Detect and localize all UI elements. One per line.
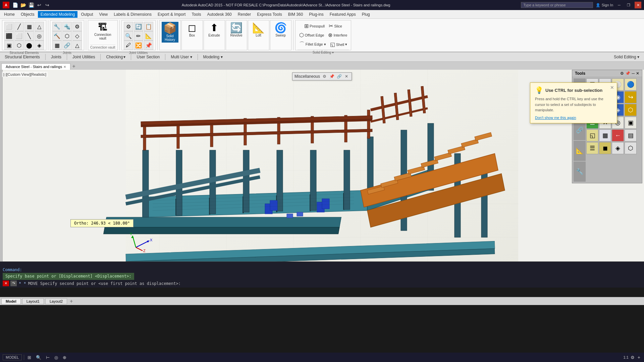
struct-btn-11[interactable]: ⬤ [24,41,34,50]
menu-render[interactable]: Render [235,11,254,18]
extrude-btn[interactable]: ⬆ Extrude [206,22,223,38]
joint-util-8[interactable]: 🔀 [134,41,143,50]
undo-btn[interactable]: ↩ [36,1,43,9]
menu-bim360[interactable]: BIM 360 [285,11,306,18]
struct-btn-3[interactable]: ▦ [24,22,34,31]
shell-btn[interactable]: ◱ Shell ▾ [328,40,349,49]
menu-plug[interactable]: Plug [359,11,373,18]
misc-settings-btn[interactable]: ⚙ [321,73,327,79]
struct-btn-9[interactable]: ▣ [4,41,14,50]
struct-btn-12[interactable]: ◈ [35,41,44,50]
joint-util-6[interactable]: 📐 [144,31,153,41]
struct-btn-5[interactable]: ⬛ [4,31,14,41]
tab-model[interactable]: Model [1,298,21,304]
viewport[interactable]: X Y Z [-][Custom View][Realistic] WCS Or… [0,70,644,271]
tool-main-12[interactable]: ◈ [612,142,624,154]
tool-main-9[interactable]: ▤ [625,129,637,141]
menu-labels[interactable]: Labels & Dimensions [111,11,154,18]
joint-util-2[interactable]: 🔄 [134,22,143,31]
joints-btn-8[interactable]: 🔗 [62,41,72,50]
solid-history-btn[interactable]: 📦 SolidHistory [162,22,178,43]
sweep-btn[interactable]: 🌀 Sweep [272,22,289,38]
snap-icon[interactable]: 🔍 [35,354,43,361]
status-zoom-in[interactable]: + [637,355,641,360]
cmd-stop-icon[interactable]: ✕ [3,281,9,286]
joint-util-7[interactable]: 🖊 [124,41,133,50]
joints-btn-9[interactable]: △ [72,41,82,50]
grid-icon[interactable]: ⊞ [26,354,33,361]
joints-btn-3[interactable]: ⚙ [72,22,82,31]
menu-plugins[interactable]: Plug-ins [306,11,326,18]
multi-user-cmd[interactable]: Multi User ▾ [168,54,195,60]
search-bar[interactable]: Type a keyword or phrase [521,2,593,8]
interfere-btn[interactable]: ⊗ Interfere [326,31,349,39]
offset-edge-btn[interactable]: ⬡ Offset Edge [298,31,326,39]
joints-btn-4[interactable]: 🔨 [52,31,62,41]
loft-btn[interactable]: 📐 Loft [250,22,267,38]
misc-pin-btn[interactable]: 📌 [329,73,335,79]
struct-btn-8[interactable]: ◎ [35,31,44,41]
open-btn[interactable]: 📂 [19,1,27,9]
tool-main-8[interactable]: ▦ [599,129,611,141]
joint-util-4[interactable]: 🔍 [124,31,133,41]
tab-close-btn[interactable]: ✕ [63,65,66,69]
status-settings-icon[interactable]: ⚙ [631,355,635,360]
solid-editing-cmd[interactable]: Solid Editing ▾ [611,54,642,60]
tool-main-10[interactable]: ☰ [586,142,598,154]
menu-export[interactable]: Export & Import [155,11,188,18]
struct-btn-1[interactable]: ⬜ [4,22,14,31]
new-layout-btn[interactable]: + [68,298,74,304]
tools-settings-icon[interactable]: ⚙ [620,71,624,76]
struct-btn-2[interactable]: ╱ [14,22,24,31]
menu-home[interactable]: Home [1,11,17,18]
joint-util-5[interactable]: ✏ [134,31,143,41]
misc-close-btn[interactable]: ✕ [343,73,350,79]
redo-btn[interactable]: ↪ [44,1,51,9]
close-button[interactable]: ✕ [635,2,641,8]
sign-in[interactable]: 👤 Sign In [596,3,613,7]
joints-btn-7[interactable]: ▦ [52,41,62,50]
tool-yellow-3[interactable]: ⬡ [625,104,637,116]
box-btn[interactable]: ◻ Box [184,22,201,38]
status-model-tab[interactable]: MODEL [3,354,22,360]
struct-btn-4[interactable]: △ [35,22,44,31]
struct-btn-6[interactable]: ⬜ [14,31,24,41]
joints-btn-1[interactable]: 🔧 [52,22,62,31]
doc-tab-main[interactable]: Advance Steel - Stairs and railings ✕ [1,63,70,70]
modeling-cmd[interactable]: Modeling ▾ [201,54,225,60]
tools-min-icon[interactable]: ─ [632,71,635,76]
tool-red-2[interactable]: ← [612,129,624,141]
tab-layout1[interactable]: Layout1 [22,298,44,304]
tool-main-7[interactable]: ◱ [586,129,598,141]
minimize-button[interactable]: ─ [616,2,623,8]
misc-link-btn[interactable]: 🔗 [336,73,342,79]
tools-pin-icon[interactable]: 📌 [625,71,630,76]
fillet-edge-btn[interactable]: ⌒ Fillet Edge ▾ [298,40,328,49]
menu-objects[interactable]: Objects [18,11,37,18]
struct-btn-7[interactable]: ╲ [24,31,34,41]
menu-a360[interactable]: Autodesk 360 [204,11,234,18]
tool-sidebar-5[interactable]: 🔧 [574,162,586,182]
presspull-btn[interactable]: ⊞ Presspull [303,22,326,30]
save-btn[interactable]: 💾 [28,1,35,9]
polar-icon[interactable]: ◎ [53,354,59,361]
tool-main-11[interactable]: ◼ [599,142,611,154]
new-tab-btn[interactable]: + [70,63,77,70]
menu-view[interactable]: View [96,11,110,18]
menu-tools[interactable]: Tools [189,11,204,18]
ortho-icon[interactable]: ⊢ [45,354,51,361]
tool-yellow-2[interactable]: ↪ [625,91,637,103]
joints-btn-2[interactable]: 🔩 [62,22,72,31]
menu-featured[interactable]: Featured Apps [327,11,359,18]
tab-layout2[interactable]: Layout2 [45,298,67,304]
new-btn[interactable]: 📄 [11,1,19,9]
menu-extended-modeling[interactable]: Extended Modeling [38,11,78,18]
joint-util-3[interactable]: 📋 [144,22,153,31]
slice-btn[interactable]: ✂ Slice [327,22,344,30]
tooltip-dismiss-link[interactable]: Don't show me this again [535,116,612,120]
struct-btn-10[interactable]: ⬡ [14,41,24,50]
tooltip-close-btn[interactable]: ✕ [610,85,614,90]
joints-btn-6[interactable]: ◇ [72,31,82,41]
osnap-icon[interactable]: ⊕ [61,354,68,361]
menu-express[interactable]: Express Tools [254,11,284,18]
